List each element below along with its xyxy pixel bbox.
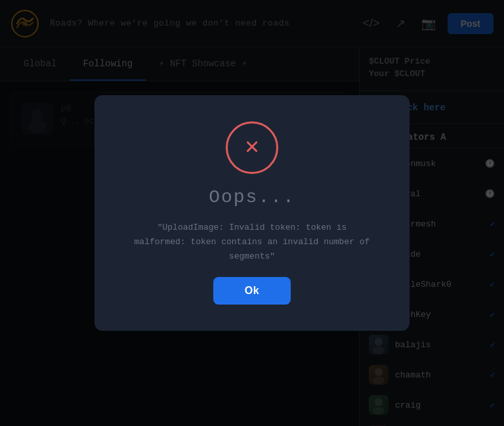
modal-overlay: ✕ Oops... "UploadImage: Invalid token: t…	[0, 0, 504, 426]
error-x-icon: ✕	[245, 136, 259, 160]
modal-message: "UploadImage: Invalid token: token is ma…	[134, 221, 370, 264]
error-modal: ✕ Oops... "UploadImage: Invalid token: t…	[94, 95, 410, 331]
error-circle: ✕	[226, 121, 278, 174]
modal-title: Oops...	[209, 187, 295, 207]
modal-ok-button[interactable]: Ok	[213, 277, 291, 305]
